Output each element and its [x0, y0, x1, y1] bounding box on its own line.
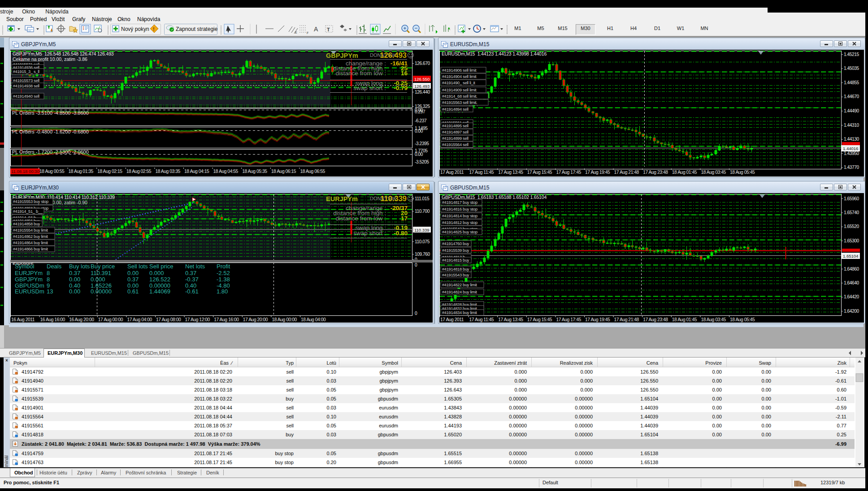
svg-text:#41914906 sell limit: #41914906 sell limit: [442, 68, 477, 73]
svg-text:-0.80: -0.80: [394, 230, 408, 237]
svg-text:0.37: 0.37: [69, 270, 80, 276]
svg-text:Zapnout strategie: Zapnout strategie: [176, 26, 218, 32]
svg-text:18 Aug 01:35: 18 Aug 01:35: [69, 169, 94, 174]
svg-text:109.760: 109.760: [415, 252, 430, 257]
svg-text:1.65104: 1.65104: [843, 254, 858, 258]
svg-text:110.391: 110.391: [91, 270, 111, 276]
svg-text:18 Aug 05:45: 18 Aug 05:45: [730, 317, 755, 322]
svg-text:#41914812 buy stop: #41914812 buy stop: [442, 220, 477, 225]
svg-text:#41914904 sell limit: #41914904 sell limit: [442, 74, 477, 79]
svg-text:126.493: 126.493: [380, 51, 407, 59]
svg-text:1.44855: 1.44855: [844, 80, 859, 85]
svg-text:Buy lots: Buy lots: [69, 263, 90, 270]
svg-text:#41914814 buy stop: #41914814 buy stop: [442, 214, 477, 218]
svg-text:#41914866 buy limit: #41914866 buy limit: [13, 247, 48, 251]
svg-text:-2.52: -2.52: [217, 270, 230, 276]
svg-text:#41915563 sell limit.: #41915563 sell limit.: [442, 100, 477, 105]
svg-text:#41914899 sell: #41914899 sell: [442, 136, 469, 141]
svg-text:distance from low :: distance from low :: [335, 70, 386, 77]
svg-text:0.00: 0.00: [69, 288, 80, 295]
svg-text:1.43770: 1.43770: [844, 165, 859, 170]
svg-text:A: A: [314, 26, 318, 33]
svg-text:E: E: [295, 31, 297, 34]
svg-text:swap short :: swap short :: [353, 230, 386, 237]
svg-text:#41914825 buy stop: #41914825 buy stop: [442, 230, 477, 234]
svg-text:18 Aug 03:45: 18 Aug 03:45: [701, 317, 726, 322]
svg-text:F: F: [307, 31, 308, 34]
svg-text:0.000: 0.000: [91, 276, 105, 283]
svg-text:1.80: 1.80: [217, 288, 228, 295]
svg-text:EURUSDm: EURUSDm: [15, 288, 44, 295]
svg-text:110.700: 110.700: [415, 209, 430, 214]
svg-text:-1.38: -1.38: [217, 276, 230, 283]
svg-text:!: !: [153, 26, 155, 32]
svg-text:#41914897 sell: #41914897 sell: [442, 130, 469, 134]
svg-text:#41915543 buy: #41915543 buy: [442, 273, 469, 277]
svg-text:0.00: 0.00: [127, 270, 139, 276]
svg-text:1.65300: 1.65300: [844, 238, 859, 243]
svg-text:#41914822 buy limit: #41914822 buy limit: [442, 283, 477, 287]
svg-text:17 Aug 2011: 17 Aug 2011: [440, 317, 464, 322]
svg-text:#41914817 buy stop: #41914817 buy stop: [442, 200, 477, 205]
svg-text:110.339: 110.339: [414, 228, 430, 233]
svg-text:1.44130: 1.44130: [844, 137, 859, 142]
svg-text:EURUSDm,M15 1.44123 1.44123 1: EURUSDm,M15 1.44123 1.44123 1.43998 1.44…: [442, 51, 547, 56]
svg-text:distance from low :: distance from low :: [335, 215, 386, 222]
svg-text:GBPJPYm: GBPJPYm: [15, 276, 43, 283]
svg-text:Symbol: Symbol: [15, 263, 34, 270]
svg-text:#41914815 buy: #41914815 buy: [442, 258, 469, 263]
svg-text:16: 16: [401, 70, 408, 77]
svg-text:18 Aug 04:55: 18 Aug 04:55: [213, 169, 239, 174]
svg-text:17 Aug 17:45: 17 Aug 17:45: [556, 170, 581, 175]
svg-text:1.44069: 1.44069: [149, 288, 170, 295]
svg-text:0.000: 0.000: [149, 270, 164, 276]
svg-text:1.45035: 1.45035: [844, 66, 859, 71]
svg-text:-3.5205: -3.5205: [415, 159, 429, 164]
svg-text:13: 13: [47, 288, 53, 295]
svg-text:18 Aug 03:45: 18 Aug 03:45: [701, 170, 726, 175]
svg-text:18 Aug 04:00: 18 Aug 04:00: [301, 317, 326, 322]
svg-text:Profit: Profit: [217, 263, 230, 270]
svg-text:Sell price: Sell price: [149, 263, 173, 270]
svg-text:17 Aug 11:45: 17 Aug 11:45: [469, 170, 494, 175]
svg-text:#41915539 buy: #41915539 buy: [442, 248, 469, 253]
svg-text:0: 0: [415, 311, 417, 316]
svg-text:1.44016: 1.44016: [843, 146, 858, 151]
svg-text:#41915554 buy limit: #41915554 buy limit: [13, 228, 48, 233]
svg-text:111.015: 111.015: [415, 196, 430, 201]
svg-text:17 Aug 15:45: 17 Aug 15:45: [527, 170, 552, 175]
svg-text:1.64420: 1.64420: [844, 294, 859, 299]
svg-text:110.339: 110.339: [380, 194, 407, 202]
svg-text:#41914_51_ b__: #41914_51_ b__: [13, 209, 43, 214]
svg-text:110.075: 110.075: [415, 239, 430, 244]
svg-text:PL Orders -3.5100 -4.8500 -3.8: PL Orders -3.5100 -4.8500 -3.8600: [12, 110, 89, 116]
svg-text:18 Aug 00:55: 18 Aug 00:55: [39, 169, 65, 174]
svg-text:17: 17: [401, 215, 408, 222]
svg-text:18 Aug 06:55: 18 Aug 06:55: [300, 169, 325, 174]
svg-text:#41914816 buy stop: #41914816 buy stop: [442, 207, 477, 211]
svg-text:18 Aug 00:00: 18 Aug 00:00: [272, 317, 297, 322]
svg-text:1.44310: 1.44310: [844, 123, 859, 128]
svg-text:126.440: 126.440: [415, 90, 430, 95]
svg-text:1.65740: 1.65740: [844, 210, 859, 215]
svg-text:18 Aug 02:15: 18 Aug 02:15: [97, 169, 122, 174]
svg-text:17 Aug 21:48: 17 Aug 21:48: [614, 317, 639, 322]
svg-text:#41915564 sell: #41915564 sell: [442, 142, 469, 147]
svg-text:1.64200: 1.64200: [844, 309, 859, 314]
svg-text:Deals: Deals: [47, 263, 62, 270]
svg-text:8: 8: [47, 270, 50, 276]
svg-text:GBPUSDm,M15 1.65183 1.65188 1: GBPUSDm,M15 1.65183 1.65188 1.65102 1.65…: [442, 194, 547, 200]
svg-text:17 Aug 17:45: 17 Aug 17:45: [556, 317, 581, 322]
svg-text:16 Aug 16:00: 16 Aug 16:00: [40, 317, 65, 322]
svg-text:#41914895 sell: #41914895 sell: [442, 124, 469, 128]
svg-text:Sell lots: Sell lots: [127, 263, 148, 270]
svg-text:17 Aug 00:00: 17 Aug 00:00: [98, 317, 123, 322]
svg-text:18 Aug 02:55: 18 Aug 02:55: [126, 169, 152, 174]
svg-text:17 Aug 23:48: 17 Aug 23:48: [643, 317, 668, 322]
svg-text:1.43950: 1.43950: [844, 151, 859, 156]
svg-text:8: 8: [47, 276, 50, 283]
svg-text:#41914909 sell limit: #41914909 sell limit: [442, 88, 477, 92]
svg-text:1.44490: 1.44490: [844, 108, 859, 113]
svg-text:0.00000: 0.00000: [91, 288, 112, 295]
svg-text:-0.79: -0.79: [394, 85, 408, 91]
